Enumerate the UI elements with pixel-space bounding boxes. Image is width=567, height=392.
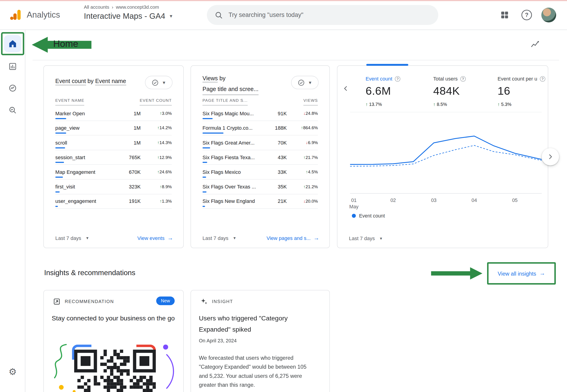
summary-metrics: Event count?6.6M↑ 13.7%Total users?484K↑… bbox=[337, 76, 548, 112]
data-quality-dropdown[interactable]: ▼ bbox=[145, 76, 172, 89]
help-icon[interactable]: ? bbox=[522, 10, 532, 20]
row-sparkline bbox=[55, 177, 63, 178]
property-selector[interactable]: Interactive Maps - GA4 ▼ bbox=[84, 12, 173, 21]
table-row: Six Flags Fiesta Texa...43K↑21.7% bbox=[202, 150, 318, 165]
chevron-down-icon: ▼ bbox=[162, 80, 166, 85]
row-label: Map Engagement bbox=[55, 165, 116, 179]
chart-legend: Event count bbox=[352, 213, 385, 219]
doodle-dot-yellow bbox=[59, 385, 64, 390]
date-range-dropdown[interactable]: Last 7 days▾ bbox=[349, 236, 382, 241]
column-header-value: VIEWS bbox=[303, 98, 318, 106]
insight-card[interactable]: INSIGHT Users who triggered "Category Ex… bbox=[191, 290, 330, 392]
table-row: Map Engagement670K↑24.6% bbox=[55, 165, 172, 180]
row-change: ↓6.9% bbox=[287, 140, 318, 145]
row-value: 43K bbox=[262, 154, 287, 160]
recommendation-icon bbox=[53, 297, 61, 306]
insights-trend-icon[interactable] bbox=[530, 40, 540, 51]
row-value: 323K bbox=[116, 184, 141, 189]
chevron-down-icon: ▼ bbox=[308, 80, 312, 85]
row-change: ↓24.8% bbox=[287, 111, 318, 116]
summary-metric-event-count[interactable]: Event count?6.6M↑ 13.7% bbox=[365, 76, 400, 107]
row-change: ↑3.0% bbox=[141, 111, 172, 116]
table-row: scroll1M↑14.3% bbox=[55, 135, 172, 150]
view-pages-link[interactable]: View pages and s...→ bbox=[267, 235, 319, 241]
view-events-link[interactable]: View events→ bbox=[137, 235, 173, 241]
advertising-icon bbox=[8, 106, 17, 115]
views-card: Views by Page title and scree... ▼ PAGE … bbox=[191, 65, 330, 248]
table-row: Six Flags New England21K↓20.0% bbox=[202, 194, 318, 209]
legend-dot bbox=[352, 214, 356, 218]
help-circle-icon: ? bbox=[395, 76, 400, 81]
doodle-squiggle bbox=[50, 343, 73, 380]
chevron-down-icon: ▾ bbox=[86, 236, 89, 241]
search-bar[interactable] bbox=[207, 5, 438, 25]
row-change: ↑21.7% bbox=[287, 155, 318, 160]
row-value: 70K bbox=[262, 140, 287, 145]
card-title[interactable]: Event count by Event name bbox=[55, 77, 126, 86]
row-sparkline bbox=[202, 147, 210, 148]
breadcrumb-site[interactable]: www.concept3d.com bbox=[116, 4, 159, 10]
row-value: 35K bbox=[262, 184, 287, 189]
summary-metric-event-count-per-u[interactable]: Event count per u?16↑ 5.3% bbox=[498, 76, 545, 107]
insight-body: We forecasted that users who triggered "… bbox=[199, 353, 316, 389]
brand[interactable]: Analytics bbox=[9, 9, 60, 21]
sidebar-item-explore[interactable] bbox=[0, 84, 25, 92]
dimension-selector[interactable]: Page title and scree... bbox=[202, 85, 258, 95]
chevron-down-icon: ▾ bbox=[233, 236, 236, 241]
reports-icon bbox=[8, 62, 17, 71]
row-value: 1M bbox=[116, 140, 141, 145]
avatar[interactable] bbox=[541, 8, 556, 22]
row-change: ↑864.6% bbox=[287, 126, 318, 131]
breadcrumb-account[interactable]: All accounts bbox=[84, 4, 109, 10]
insight-title[interactable]: Users who triggered "Category Expanded" … bbox=[199, 313, 315, 335]
row-change: ↑1.3% bbox=[141, 199, 172, 204]
row-label: first_visit bbox=[55, 180, 116, 194]
x-axis: 01May02030405 bbox=[350, 196, 542, 210]
line-chart bbox=[350, 112, 542, 193]
chevron-down-icon: ▼ bbox=[169, 14, 173, 19]
row-value: 21K bbox=[262, 198, 287, 204]
sidebar-item-advertising[interactable] bbox=[0, 106, 25, 115]
row-sparkline bbox=[55, 147, 65, 148]
dimension-selector[interactable]: Event name bbox=[95, 78, 126, 85]
property-name: Interactive Maps - GA4 bbox=[84, 12, 165, 21]
row-sparkline bbox=[55, 191, 60, 192]
row-label: page_view bbox=[55, 121, 116, 135]
card-footer: Last 7 days▾ bbox=[349, 236, 538, 241]
table-row: session_start765K↑12.9% bbox=[55, 150, 172, 165]
row-label: Six Flags New England bbox=[202, 194, 262, 209]
recommendation-card[interactable]: RECOMMENDATION New Stay connected to you… bbox=[43, 290, 184, 392]
views-table: Six Flags Magic Mou...91K↓24.8%Formula 1… bbox=[202, 106, 318, 209]
view-all-insights-link[interactable]: View all insights→ bbox=[498, 270, 545, 277]
data-quality-dropdown[interactable]: ▼ bbox=[291, 76, 318, 89]
row-label: session_start bbox=[55, 150, 116, 165]
metric-selector[interactable]: Event count bbox=[55, 78, 86, 85]
row-value: 33K bbox=[262, 169, 287, 175]
annotation-box-view-all-insights: View all insights→ bbox=[487, 262, 556, 284]
apps-grid-icon[interactable] bbox=[500, 11, 509, 20]
card-title[interactable]: Views by Page title and scree... bbox=[202, 74, 258, 95]
sidebar-item-reports[interactable] bbox=[0, 62, 25, 71]
search-input[interactable] bbox=[228, 12, 430, 19]
carousel-next-button[interactable] bbox=[542, 148, 559, 165]
admin-settings-gear-icon[interactable]: ⚙ bbox=[0, 367, 25, 377]
row-sparkline bbox=[202, 118, 212, 119]
card-footer: Last 7 days▾ View pages and s...→ bbox=[202, 235, 319, 241]
row-value: 1M bbox=[116, 111, 141, 116]
doodle-dot-purple bbox=[163, 344, 168, 350]
date-range-dropdown[interactable]: Last 7 days▾ bbox=[202, 235, 236, 241]
legend-label: Event count bbox=[359, 213, 385, 219]
table-row: Six Flags Over Texas ...35K↑21.2% bbox=[202, 180, 318, 194]
kicker-label: INSIGHT bbox=[212, 299, 233, 304]
row-sparkline bbox=[55, 162, 64, 163]
summary-metric-total-users[interactable]: Total users?484K↑ 8.5% bbox=[433, 76, 466, 107]
metric-selector[interactable]: Views bbox=[202, 75, 218, 82]
chevron-down-icon: ▾ bbox=[380, 236, 382, 241]
product-name: Analytics bbox=[27, 10, 60, 20]
date-range-dropdown[interactable]: Last 7 days▾ bbox=[55, 235, 89, 241]
breadcrumb-separator-icon: › bbox=[112, 4, 113, 10]
trend-chart bbox=[350, 112, 542, 194]
annotation-arrow-insights bbox=[431, 267, 482, 281]
table-row: Formula 1 Crypto.co...188K↑864.6% bbox=[202, 121, 318, 135]
row-change: ↑12.9% bbox=[141, 155, 172, 160]
